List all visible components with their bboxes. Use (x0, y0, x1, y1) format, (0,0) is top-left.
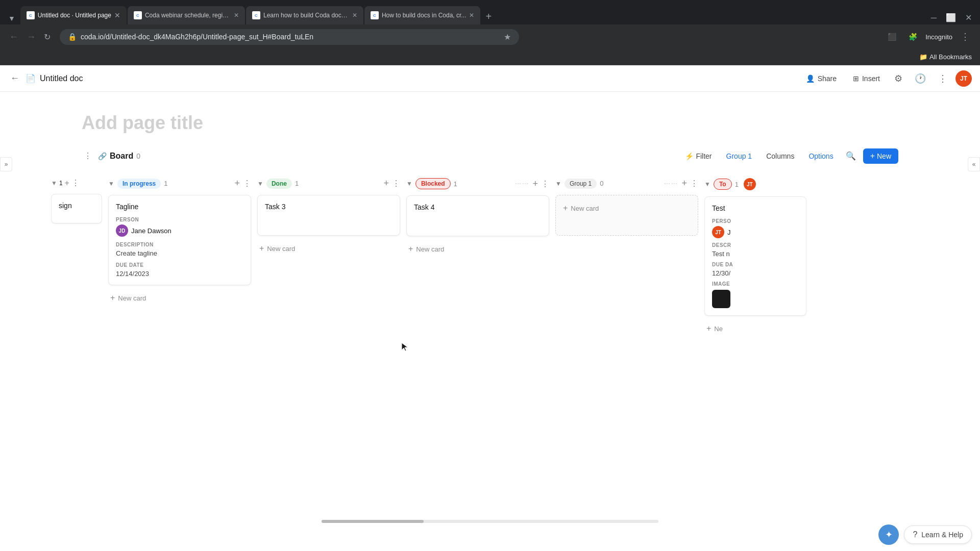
col-in-progress-toggle[interactable]: ▼ (108, 180, 114, 187)
col-group1-more[interactable]: ⋮ (690, 179, 698, 188)
tab-1-close[interactable]: ✕ (114, 11, 120, 19)
tab-list-toggle[interactable]: ▼ (4, 12, 19, 24)
bookmark-star-icon[interactable]: ★ (504, 32, 511, 42)
address-text: coda.io/d/Untitled-doc_dk4MaGh2h6p/Untit… (81, 33, 500, 41)
col-blocked-badge: Blocked (415, 178, 451, 189)
filter-button[interactable]: ⚡ Filter (680, 149, 717, 163)
tab-4[interactable]: C How to build docs in Coda, cr... ✕ (364, 6, 480, 24)
column-group1: ▼ Group 1 0 ⋯⋯ + ⋮ + New card (555, 176, 698, 236)
tab-2[interactable]: C Coda webinar schedule, regist... ✕ (128, 6, 245, 24)
new-card-group1-label: New card (571, 205, 599, 212)
settings-button[interactable]: ⚙ (890, 71, 906, 86)
board-toolbar: ⋮ 🔗 Board 0 ⚡ Filter Group 1 Columns Opt… (0, 144, 980, 168)
maximize-button[interactable]: ⬜ (942, 11, 960, 24)
minimize-button[interactable]: ─ (927, 11, 941, 24)
bottom-bar: ✦ ? Learn & Help (878, 524, 972, 545)
menu-button[interactable]: ⋮ (957, 29, 974, 44)
plus-icon-done: + (259, 244, 264, 253)
share-button[interactable]: 👤 Share (800, 71, 843, 86)
plus-icon-new-card: + (110, 293, 115, 303)
col-done-add[interactable]: + (383, 178, 389, 189)
col-done-toggle[interactable]: ▼ (257, 180, 263, 187)
profile-button[interactable]: ⬛ (884, 31, 900, 43)
options-button[interactable]: Options (803, 149, 838, 163)
col-partial-toggle[interactable]: ▼ (51, 180, 57, 187)
tab-2-title: Coda webinar schedule, regist... (145, 12, 231, 19)
col-in-progress-header: ▼ In progress 1 + ⋮ (108, 176, 251, 195)
col-in-progress-more[interactable]: ⋮ (243, 179, 251, 188)
board-inner: ▼ 1 + ⋮ sign ▼ In progress (51, 176, 888, 543)
app-header: ← 📄 Untitled doc 👤 Share ⊞ Insert ⚙ 🕐 ⋮ … (0, 65, 980, 92)
extensions-button[interactable]: 🧩 (904, 31, 921, 43)
bookmarks-folder[interactable]: 📁 All Bookmarks (919, 53, 972, 61)
card-tagline-person-field: PERSON JD Jane Dawson (116, 217, 243, 237)
group1-new-card[interactable]: + New card (561, 201, 693, 216)
more-header-button[interactable]: ⋮ (934, 71, 951, 86)
jane-dawson-name: Jane Dawson (131, 227, 172, 235)
test-person-value: JT J (712, 226, 799, 238)
tab-4-close[interactable]: ✕ (469, 12, 474, 19)
partial-card[interactable]: sign (51, 194, 102, 223)
col-to-toggle[interactable]: ▼ (704, 181, 710, 188)
test-desc-label: DESCR (712, 242, 799, 248)
tab-2-close[interactable]: ✕ (234, 12, 239, 19)
forward-button[interactable]: → (23, 30, 39, 44)
col-in-progress-add[interactable]: + (234, 178, 240, 189)
insert-button[interactable]: ⊞ Insert (847, 71, 886, 86)
card-task3-title: Task 3 (265, 203, 393, 211)
card-task3[interactable]: Task 3 (257, 195, 400, 236)
sparkle-button[interactable]: ✦ (878, 524, 899, 545)
address-bar[interactable]: 🔒 coda.io/d/Untitled-doc_dk4MaGh2h6p/Unt… (60, 29, 519, 45)
page-title-placeholder[interactable]: Add page title (82, 112, 203, 133)
done-new-card[interactable]: + New card (257, 240, 400, 257)
col-group1-toggle[interactable]: ▼ (555, 180, 561, 187)
doc-title: Untitled doc (40, 74, 83, 83)
partial-new-card[interactable] (51, 228, 102, 236)
scrollbar-track[interactable] (322, 520, 658, 523)
left-sidebar-toggle[interactable]: » (0, 157, 12, 171)
col-blocked-more[interactable]: ⋮ (541, 179, 549, 189)
columns-button[interactable]: Columns (761, 149, 799, 163)
sidebar-back-button[interactable]: ← (8, 71, 21, 86)
board-link-count: 0 (136, 152, 140, 160)
card-task4[interactable]: Task 4 (406, 195, 549, 236)
card-tagline[interactable]: Tagline PERSON JD Jane Dawson DESCRIPTIO… (108, 195, 251, 285)
col-partial-header: ▼ 1 + ⋮ (51, 176, 102, 194)
scrollbar-thumb[interactable] (322, 520, 424, 523)
tab-1[interactable]: C Untitled doc · Untitled page ✕ (20, 6, 127, 24)
close-window-button[interactable]: ✕ (961, 11, 976, 24)
group-button[interactable]: Group 1 (721, 149, 757, 163)
col-done-count: 1 (295, 180, 299, 187)
tab-3-favicon: C (252, 11, 260, 19)
column-in-progress: ▼ In progress 1 + ⋮ Tagline PERSON J (108, 176, 251, 307)
board-title: Board (110, 152, 133, 161)
search-button[interactable]: 🔍 (843, 148, 859, 164)
back-button[interactable]: ← (6, 30, 21, 44)
desc-value: Create tagline (116, 249, 243, 257)
right-sidebar-toggle[interactable]: « (968, 157, 980, 171)
reload-button[interactable]: ↻ (41, 30, 54, 44)
col-blocked-toggle[interactable]: ▼ (406, 180, 412, 187)
share-label: Share (818, 74, 837, 83)
insert-label: Insert (862, 74, 880, 83)
folder-icon: 📁 (919, 53, 927, 61)
new-record-button[interactable]: + New (863, 148, 898, 164)
tab-3-close[interactable]: ✕ (352, 12, 357, 19)
card-test[interactable]: Test PERSO JT J DESCR Test n (704, 196, 806, 316)
board-more-button[interactable]: ⋮ (82, 150, 94, 162)
column-to: ▼ To 1 JT Test PERSO JT J (704, 176, 806, 337)
learn-help-button[interactable]: ? Learn & Help (904, 525, 972, 544)
to-new-card[interactable]: + Ne (704, 320, 806, 337)
col-blocked-add[interactable]: + (532, 179, 538, 189)
in-progress-new-card[interactable]: + New card (108, 289, 251, 307)
col-done-more[interactable]: ⋮ (392, 179, 400, 188)
question-icon: ? (913, 530, 917, 539)
plus-icon: + (870, 152, 875, 161)
new-tab-button[interactable]: + (481, 9, 496, 24)
blocked-new-card[interactable]: + New card (406, 240, 549, 258)
history-button[interactable]: 🕐 (911, 71, 930, 86)
tab-1-title: Untitled doc · Untitled page (38, 12, 111, 19)
tab-2-favicon: C (134, 11, 142, 19)
col-group1-add[interactable]: + (681, 178, 687, 189)
tab-3[interactable]: C Learn how to build Coda docs... ✕ (246, 6, 363, 24)
